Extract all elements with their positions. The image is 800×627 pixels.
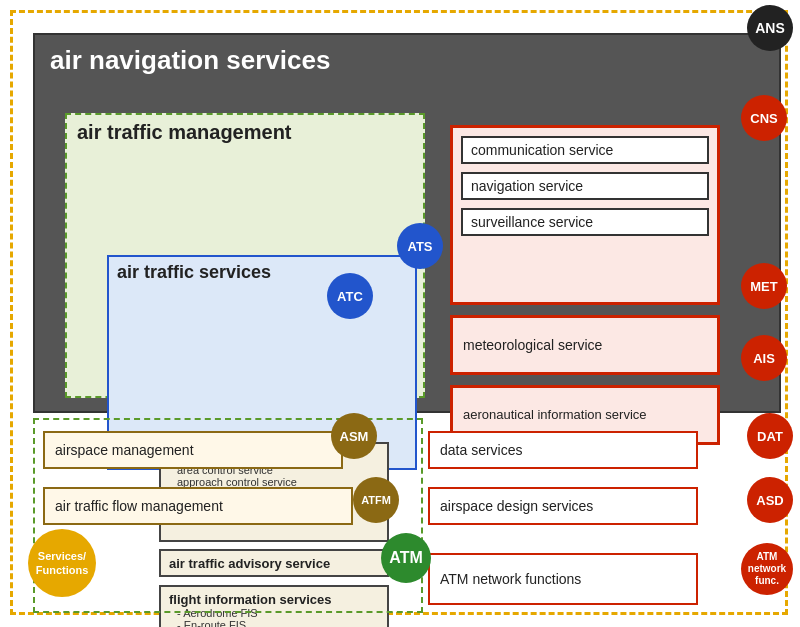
met-text: meteorological service <box>463 337 602 353</box>
asm-badge: ASM <box>331 413 377 459</box>
atfm-text: air traffic flow management <box>55 498 223 514</box>
met-box: meteorological service <box>450 315 720 375</box>
met-badge: MET <box>741 263 787 309</box>
communication-service-box: communication service <box>461 136 709 164</box>
services-functions-badge: Services/Functions <box>28 529 96 597</box>
navigation-service-box: navigation service <box>461 172 709 200</box>
ans-box: air navigation services air traffic mana… <box>33 33 781 413</box>
atm-box: air traffic management air traffic servi… <box>65 113 425 398</box>
airspace-design-box: airspace design services <box>428 487 698 525</box>
fis-item-enroute: - En-route FIS <box>169 619 379 627</box>
ais-text: aeronautical information service <box>463 407 647 424</box>
asd-badge: ASD <box>747 477 793 523</box>
ats-badge: ATS <box>397 223 443 269</box>
atm-network-badge: ATMnetworkfunc. <box>741 543 793 595</box>
atm-network-badge-text: ATMnetworkfunc. <box>748 551 786 587</box>
ans-title: air navigation services <box>35 35 779 81</box>
data-services-box: data services <box>428 431 698 469</box>
surveillance-service-box: surveillance service <box>461 208 709 236</box>
atm-network-box: ATM network functions <box>428 553 698 605</box>
airspace-design-text: airspace design services <box>440 498 593 514</box>
airspace-mgmt-box: airspace management <box>43 431 343 469</box>
surveillance-service-text: surveillance service <box>471 214 593 230</box>
atm-badge: ATM <box>381 533 431 583</box>
atfm-badge: ATFM <box>353 477 399 523</box>
outer-border: ANS air navigation services air traffic … <box>10 10 788 615</box>
cns-badge: CNS <box>741 95 787 141</box>
cns-box: communication service navigation service… <box>450 125 720 305</box>
ans-badge: ANS <box>747 5 793 51</box>
data-services-text: data services <box>440 442 522 458</box>
atc-badge: ATC <box>327 273 373 319</box>
airspace-mgmt-text: airspace management <box>55 442 194 458</box>
atfm-box: air traffic flow management <box>43 487 353 525</box>
dat-badge: DAT <box>747 413 793 459</box>
ais-badge: AIS <box>741 335 787 381</box>
communication-service-text: communication service <box>471 142 613 158</box>
navigation-service-text: navigation service <box>471 178 583 194</box>
atm-network-text: ATM network functions <box>440 571 581 587</box>
atm-title: air traffic management <box>67 115 423 150</box>
